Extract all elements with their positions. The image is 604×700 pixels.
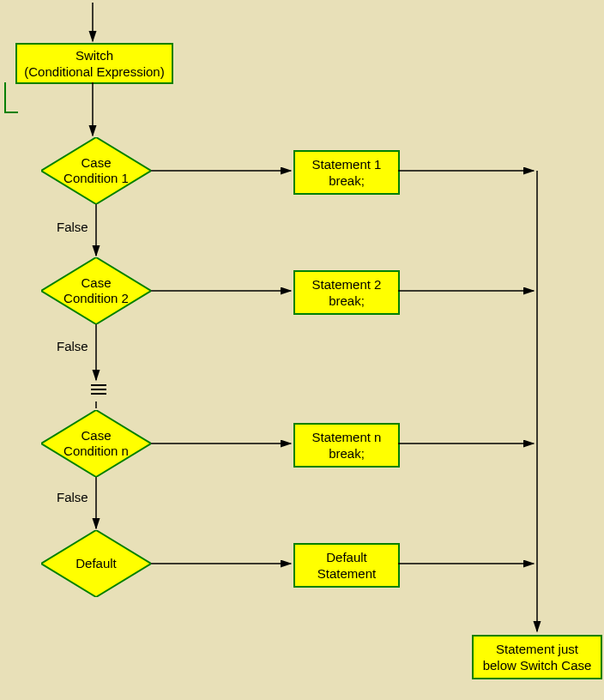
casen-title2: Condition n bbox=[63, 444, 129, 458]
falsen-label: False bbox=[57, 490, 88, 504]
false1-label: False bbox=[57, 220, 88, 234]
default-stmt1: Default bbox=[326, 549, 367, 566]
green-tick bbox=[4, 82, 18, 113]
case2-title1: Case bbox=[81, 275, 111, 290]
default-diamond: Default bbox=[41, 530, 151, 597]
stmt1-line1: Statement 1 bbox=[312, 156, 382, 173]
casen-title1: Case bbox=[81, 428, 111, 443]
stmtn-line2: break; bbox=[329, 445, 365, 462]
switch-line2: (Conditional Expression) bbox=[24, 63, 164, 81]
case1-diamond: Case Condition 1 bbox=[41, 137, 151, 204]
stmtn-box: Statement n break; bbox=[293, 423, 400, 468]
stmt2-line1: Statement 2 bbox=[312, 276, 382, 293]
ellipsis-icon bbox=[91, 384, 106, 395]
stmt2-line2: break; bbox=[329, 293, 365, 310]
stmt1-box: Statement 1 break; bbox=[293, 150, 400, 195]
default-stmt2: Statement bbox=[317, 565, 376, 582]
case2-title2: Condition 2 bbox=[63, 291, 129, 305]
default-stmt-box: Default Statement bbox=[293, 543, 400, 588]
false2-label: False bbox=[57, 339, 88, 353]
stmt2-box: Statement 2 break; bbox=[293, 270, 400, 315]
case1-title2: Condition 1 bbox=[63, 171, 129, 185]
switch-line1: Switch bbox=[76, 47, 113, 64]
stmtn-line1: Statement n bbox=[312, 429, 382, 446]
case1-title1: Case bbox=[81, 155, 111, 170]
switch-box: Switch (Conditional Expression) bbox=[15, 43, 173, 84]
final-line2: below Switch Case bbox=[483, 657, 592, 674]
final-line1: Statement just bbox=[496, 641, 578, 658]
stmt1-line2: break; bbox=[329, 172, 365, 190]
case2-diamond: Case Condition 2 bbox=[41, 257, 151, 324]
casen-diamond: Case Condition n bbox=[41, 410, 151, 477]
default-title: Default bbox=[76, 556, 117, 570]
final-box: Statement just below Switch Case bbox=[472, 635, 602, 679]
